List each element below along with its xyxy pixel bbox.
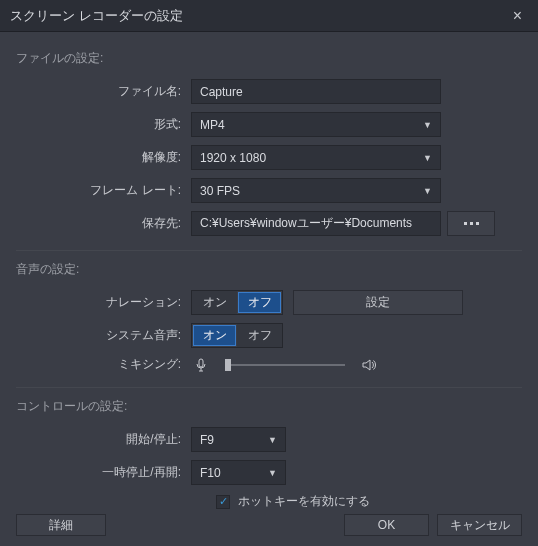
mixing-label: ミキシング: <box>16 356 191 373</box>
mixing-slider[interactable] <box>225 364 345 366</box>
control-section-label: コントロールの設定: <box>16 398 522 415</box>
pause-value: F10 <box>200 466 221 480</box>
startstop-value: F9 <box>200 433 214 447</box>
ok-button[interactable]: OK <box>344 514 429 536</box>
file-section-label: ファイルの設定: <box>16 50 522 67</box>
resolution-select[interactable]: 1920 x 1080 <box>191 145 441 170</box>
format-value: MP4 <box>200 118 225 132</box>
system-audio-toggle: オン オフ <box>191 323 283 348</box>
filename-input[interactable] <box>191 79 441 104</box>
system-on-button[interactable]: オン <box>193 325 236 346</box>
titlebar: スクリーン レコーダーの設定 × <box>0 0 538 32</box>
framerate-value: 30 FPS <box>200 184 240 198</box>
format-select[interactable]: MP4 <box>191 112 441 137</box>
slider-thumb[interactable] <box>225 359 231 371</box>
divider <box>16 387 522 388</box>
content: ファイルの設定: ファイル名: 形式: MP4 解像度: 1920 x 1080… <box>0 32 538 510</box>
pause-label: 一時停止/再開: <box>16 464 191 481</box>
startstop-label: 開始/停止: <box>16 431 191 448</box>
audio-section-label: 音声の設定: <box>16 261 522 278</box>
mic-icon <box>191 357 211 373</box>
savepath-label: 保存先: <box>16 215 191 232</box>
framerate-select[interactable]: 30 FPS <box>191 178 441 203</box>
footer: 詳細 OK キャンセル <box>16 514 522 536</box>
cancel-button[interactable]: キャンセル <box>437 514 522 536</box>
system-off-button[interactable]: オフ <box>237 324 282 347</box>
narration-toggle: オン オフ <box>191 290 283 315</box>
browse-button[interactable] <box>447 211 495 236</box>
hotkey-label: ホットキーを有効にする <box>238 493 370 510</box>
speaker-icon <box>359 357 379 373</box>
detail-button[interactable]: 詳細 <box>16 514 106 536</box>
resolution-label: 解像度: <box>16 149 191 166</box>
hotkey-checkbox[interactable]: ✓ <box>216 495 230 509</box>
narration-on-button[interactable]: オン <box>192 291 237 314</box>
divider <box>16 250 522 251</box>
narration-off-button[interactable]: オフ <box>238 292 281 313</box>
resolution-value: 1920 x 1080 <box>200 151 266 165</box>
system-audio-label: システム音声: <box>16 327 191 344</box>
pause-select[interactable]: F10 <box>191 460 286 485</box>
savepath-input[interactable] <box>191 211 441 236</box>
close-icon[interactable]: × <box>507 5 528 27</box>
narration-label: ナレーション: <box>16 294 191 311</box>
format-label: 形式: <box>16 116 191 133</box>
framerate-label: フレーム レート: <box>16 182 191 199</box>
filename-label: ファイル名: <box>16 83 191 100</box>
window-title: スクリーン レコーダーの設定 <box>10 7 183 25</box>
narration-settings-button[interactable]: 設定 <box>293 290 463 315</box>
startstop-select[interactable]: F9 <box>191 427 286 452</box>
